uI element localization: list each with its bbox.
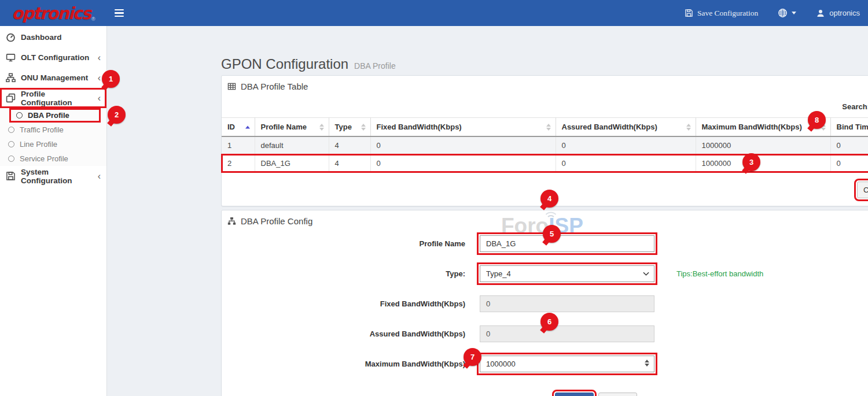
- sidebar-item-service-profile[interactable]: Service Profile: [0, 151, 106, 166]
- create-button[interactable]: Create: [857, 182, 868, 198]
- column-header-id[interactable]: ID: [222, 118, 255, 137]
- sort-icon[interactable]: [546, 124, 551, 131]
- caret-down-icon: [792, 12, 796, 14]
- sidebar-item-label: System Configuration: [21, 168, 98, 185]
- main-content: GPON Configuration DBA Profile DBA Profi…: [107, 26, 868, 396]
- sort-icon[interactable]: [319, 124, 324, 131]
- annotation-step-1: 1: [102, 70, 120, 88]
- table-card-header: DBA Profile Table: [227, 82, 308, 91]
- user-menu[interactable]: optronics: [816, 9, 860, 18]
- profile-configuration-submenu: DBA Profile Traffic Profile Line Profile…: [0, 108, 106, 166]
- maximum-bandwidth-label: Maximum BandWidth(Kbps): [222, 360, 480, 368]
- sidebar: Dashboard OLT Configuration ‹ ONU Manage…: [0, 26, 107, 396]
- cancel-button[interactable]: Cancel: [598, 393, 637, 396]
- type-row: Type: Type_4 Tips:Best-effort bandwidth: [222, 265, 868, 282]
- circle-icon: [8, 127, 14, 133]
- table-row[interactable]: 2 DBA_1G 4 0 0 1000000 0: [222, 154, 868, 172]
- table-cell: 0: [830, 136, 868, 154]
- table-cell: 1000000: [696, 136, 830, 154]
- column-header-assured-bandwidth[interactable]: Assured BandWidth(Kbps): [556, 118, 696, 137]
- sitemap-icon: [227, 217, 236, 225]
- chevron-left-icon: ‹: [98, 94, 101, 103]
- sidebar-item-dashboard[interactable]: Dashboard: [0, 27, 106, 47]
- save-configuration-button[interactable]: Save Configuration: [685, 9, 758, 18]
- sidebar-item-system-configuration[interactable]: System Configuration ‹: [0, 166, 106, 186]
- table-cell: 0: [370, 154, 556, 172]
- table-card-title: DBA Profile Table: [241, 82, 308, 91]
- sidebar-item-label: DBA Profile: [28, 111, 69, 120]
- sidebar-item-profile-configuration[interactable]: Profile Configuration ‹: [0, 88, 106, 108]
- search-label: Search:: [842, 102, 868, 111]
- circle-icon: [8, 156, 14, 162]
- dba-profile-table-card: DBA Profile Table Search: ID Profile Nam…: [221, 75, 868, 206]
- dba-profile-table: ID Profile Name Type Fixed BandWidth(Kbp…: [222, 117, 868, 173]
- table-cell: 1: [222, 136, 255, 154]
- sidebar-item-traffic-profile[interactable]: Traffic Profile: [0, 123, 106, 137]
- submit-button[interactable]: Submit: [555, 393, 593, 396]
- chevron-left-icon: ‹: [98, 73, 101, 83]
- page-subtitle: DBA Profile: [354, 61, 396, 71]
- column-header-bind-times[interactable]: Bind Times: [830, 118, 868, 137]
- menu-toggle-icon[interactable]: [115, 9, 124, 17]
- type-label: Type:: [222, 269, 480, 278]
- logo-text: optronics: [12, 3, 90, 23]
- sort-asc-icon[interactable]: [245, 125, 250, 128]
- table-row[interactable]: 1 default 4 0 0 1000000 0: [222, 136, 868, 154]
- dba-profile-config-form: Profile Name Type: Type_4 Tips:Best-effo…: [222, 235, 868, 386]
- circle-icon: [8, 141, 14, 147]
- maximum-bandwidth-row: Maximum BandWidth(Kbps): [222, 356, 868, 372]
- sidebar-item-label: Profile Configuration: [21, 90, 98, 107]
- profile-name-input[interactable]: [480, 235, 654, 252]
- sidebar-item-onu-management[interactable]: ONU Management ‹: [0, 68, 106, 88]
- column-header-type[interactable]: Type: [329, 118, 370, 137]
- form-actions: Submit Cancel: [222, 393, 868, 396]
- annotation-step-3: 3: [742, 153, 760, 171]
- config-card-header: DBA Profile Config: [227, 216, 312, 226]
- table-cell: 0: [556, 154, 696, 172]
- assured-bandwidth-input: [480, 325, 654, 342]
- maximum-bandwidth-input[interactable]: [480, 356, 654, 372]
- type-tip-text: Tips:Best-effort bandwidth: [676, 269, 763, 278]
- sidebar-item-line-profile[interactable]: Line Profile: [0, 137, 106, 151]
- annotation-step-7: 7: [464, 348, 481, 366]
- config-card-title: DBA Profile Config: [241, 216, 312, 226]
- circle-icon: [16, 112, 23, 119]
- annotation-step-5: 5: [543, 225, 561, 243]
- profile-name-label: Profile Name: [222, 239, 480, 248]
- language-menu[interactable]: [778, 8, 796, 18]
- save-configuration-label: Save Configuration: [697, 9, 758, 18]
- sidebar-item-label: Dashboard: [21, 33, 62, 42]
- save-icon: [685, 9, 693, 17]
- chevron-left-icon: ‹: [98, 53, 101, 62]
- app-logo: optronics ®: [0, 0, 107, 26]
- registered-mark: ®: [91, 16, 95, 22]
- topbar-right: Save Configuration optronics: [685, 8, 868, 18]
- sort-icon[interactable]: [686, 124, 691, 131]
- sidebar-item-label: OLT Configuration: [21, 53, 89, 62]
- sidebar-item-label: Traffic Profile: [20, 125, 64, 134]
- fixed-bandwidth-input: [480, 295, 654, 312]
- column-header-profile-name[interactable]: Profile Name: [255, 118, 329, 137]
- watermark: ForoISP: [501, 215, 583, 236]
- table-cell: 2: [222, 154, 255, 172]
- page-title: GPON Configuration: [221, 56, 348, 72]
- table-cell: 0: [830, 154, 868, 172]
- table-cell: DBA_1G: [255, 154, 329, 172]
- clone-icon: [6, 93, 16, 103]
- table-cell: 0: [370, 136, 556, 154]
- globe-icon: [778, 8, 788, 18]
- sort-icon[interactable]: [361, 124, 366, 131]
- sidebar-item-label: Service Profile: [20, 154, 68, 163]
- annotation-step-2: 2: [108, 106, 126, 124]
- annotation-step-8: 8: [808, 111, 826, 129]
- annotation-step-6: 6: [540, 313, 558, 331]
- type-select[interactable]: Type_4: [480, 265, 654, 282]
- sidebar-item-label: ONU Management: [21, 73, 88, 82]
- user-icon: [816, 9, 825, 18]
- sidebar-item-olt-configuration[interactable]: OLT Configuration ‹: [0, 47, 106, 68]
- column-header-fixed-bandwidth[interactable]: Fixed BandWidth(Kbps): [370, 118, 556, 137]
- watermark-text: Foro: [501, 214, 549, 238]
- dashboard-icon: [6, 32, 16, 42]
- sidebar-item-dba-profile[interactable]: DBA Profile: [0, 108, 106, 123]
- chevron-left-icon: ‹: [98, 172, 101, 181]
